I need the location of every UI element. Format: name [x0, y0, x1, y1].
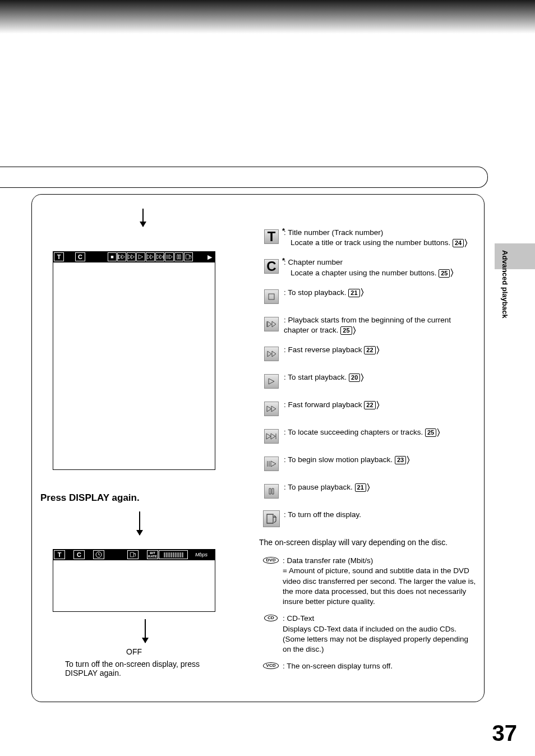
- exit-icon: [184, 252, 193, 261]
- page-ref: 21〉: [355, 483, 375, 492]
- legend-stop-row: : To stop playback. 21〉: [259, 288, 478, 306]
- play-icon: [264, 374, 279, 389]
- legend-off-text: : To turn off the display.: [284, 510, 361, 519]
- fast-forward-icon: [264, 402, 279, 416]
- dvd-title: : Data transfer rate (Mbit/s): [283, 556, 373, 565]
- cd-badge: CD: [264, 615, 278, 621]
- legend-title-main: : Title number (Track number): [284, 228, 383, 237]
- skip-prev-icon: [117, 252, 126, 261]
- page-ref: 21〉: [348, 289, 368, 297]
- page-ref: 24〉: [453, 239, 473, 247]
- dvd-note-row: DVD : Data transfer rate (Mbit/s) = Amou…: [259, 556, 478, 607]
- play-indicator-icon: ▶: [207, 253, 214, 261]
- osd-bar-1: T C ■ ▶: [53, 251, 215, 262]
- pause-icon: [174, 252, 183, 261]
- osd-title-cell: T: [54, 252, 64, 261]
- legend-ff-row: : Fast forward playback 22〉: [259, 400, 478, 418]
- slow-icon: [165, 252, 174, 261]
- vcd-title: : The on-screen display turns off.: [283, 662, 393, 670]
- legend-title-desc: Locate a title or track using the number…: [290, 238, 450, 247]
- cd-body: Displays CD-Text data if included on the…: [283, 625, 468, 653]
- legend-off-row: : To turn off the display.: [259, 510, 478, 528]
- dvd-badge: DVD: [263, 557, 279, 564]
- star-icon: *: [282, 256, 285, 265]
- letter-c-icon: C: [266, 260, 276, 273]
- legend-pause-row: : To pause playback. 21〉: [259, 482, 478, 500]
- legend-column: T* : Title number (Track number) Locate …: [259, 228, 478, 678]
- bitrate-label: BIT RATE: [147, 550, 158, 559]
- page-ref: 25〉: [439, 269, 459, 278]
- legend-pause-text: : To pause playback.: [284, 483, 353, 491]
- legend-play-row: : To start playback. 20〉: [259, 372, 478, 390]
- legend-rev-row: : Fast reverse playback 22〉: [259, 345, 478, 363]
- pause-icon: [264, 484, 279, 499]
- letter-t-icon: T: [268, 230, 276, 243]
- page-ref: 22〉: [364, 346, 384, 354]
- legend-chapter-desc: Locate a chapter using the number button…: [290, 269, 436, 277]
- page-ref: 25〉: [425, 428, 445, 437]
- exit-icon: [127, 550, 139, 559]
- skip-next-icon: [155, 252, 164, 261]
- stop-icon: ■: [108, 252, 117, 261]
- legend-play-text: : To start playback.: [284, 373, 347, 381]
- bitrate-meter: [159, 550, 188, 559]
- legend-slow-text: : To begin slow motion playback.: [284, 455, 393, 464]
- legend-next-text: : To locate succeeding chapters or track…: [284, 428, 423, 436]
- cd-note-row: CD : CD-Text Displays CD-Text data if in…: [259, 614, 478, 654]
- page-ref: 25〉: [340, 326, 361, 335]
- osd-chapter-cell: C: [75, 252, 85, 261]
- dvd-body: = Amount of picture, sound and subtitle …: [283, 566, 476, 606]
- rewind-icon: [127, 252, 136, 261]
- fast-forward-icon: [146, 252, 155, 261]
- osd2-chapter-cell: C: [73, 550, 85, 559]
- legend-next-row: : To locate succeeding chapters or track…: [259, 427, 478, 445]
- press-display-heading: Press DISPLAY again.: [40, 492, 140, 504]
- title-bar: [0, 167, 488, 188]
- osd2-title-cell: T: [54, 550, 65, 559]
- legend-stop-text: : To stop playback.: [284, 288, 347, 297]
- osd-screen-2: [53, 560, 215, 612]
- legend-prev-text: : Playback starts from the beginning of …: [284, 316, 451, 334]
- side-label: Advanced playback: [501, 250, 509, 318]
- arrow-down-icon: [139, 511, 140, 535]
- mbps-label: Mbps: [195, 552, 213, 557]
- clock-icon: [93, 550, 104, 559]
- cd-title: : CD-Text: [283, 614, 314, 623]
- page-number: 37: [492, 721, 518, 746]
- legend-prev-row: : Playback starts from the beginning of …: [259, 315, 478, 335]
- vcd-note-row: VCD : The on-screen display turns off.: [259, 661, 478, 671]
- slow-icon: [264, 457, 279, 471]
- arrow-down-icon: [142, 209, 144, 227]
- page-ref: 20〉: [349, 374, 369, 382]
- rewind-icon: [264, 347, 279, 361]
- osd-vary-note: The on-screen display will vary dependin…: [259, 537, 478, 548]
- exit-icon: [263, 510, 280, 527]
- skip-prev-icon: [264, 317, 279, 331]
- play-icon: [136, 252, 145, 261]
- osd-bar-2: T C BIT RATE Mbps: [53, 549, 215, 560]
- legend-chapter-main: : Chapter number: [284, 258, 343, 266]
- skip-next-icon: [264, 429, 279, 444]
- legend-ff-text: : Fast forward playback: [284, 400, 362, 409]
- legend-slow-row: : To begin slow motion playback. 23〉: [259, 455, 478, 473]
- arrow-down-icon: [145, 619, 146, 643]
- stop-icon: [264, 289, 279, 304]
- legend-title-row: T* : Title number (Track number) Locate …: [259, 228, 478, 248]
- svg-rect-1: [269, 294, 274, 299]
- off-label: OFF: [53, 647, 215, 656]
- off-note: To turn off the on-screen display, press…: [65, 660, 228, 677]
- legend-chapter-row: C* : Chapter number Locate a chapter usi…: [259, 257, 478, 278]
- vcd-badge: VCD: [263, 662, 279, 669]
- osd-screen-1: [53, 262, 215, 470]
- legend-rev-text: : Fast reverse playback: [284, 345, 362, 354]
- page-ref: 22〉: [364, 401, 384, 409]
- star-icon: *: [282, 227, 285, 235]
- top-gradient: [0, 0, 535, 34]
- page-ref: 23〉: [395, 456, 415, 464]
